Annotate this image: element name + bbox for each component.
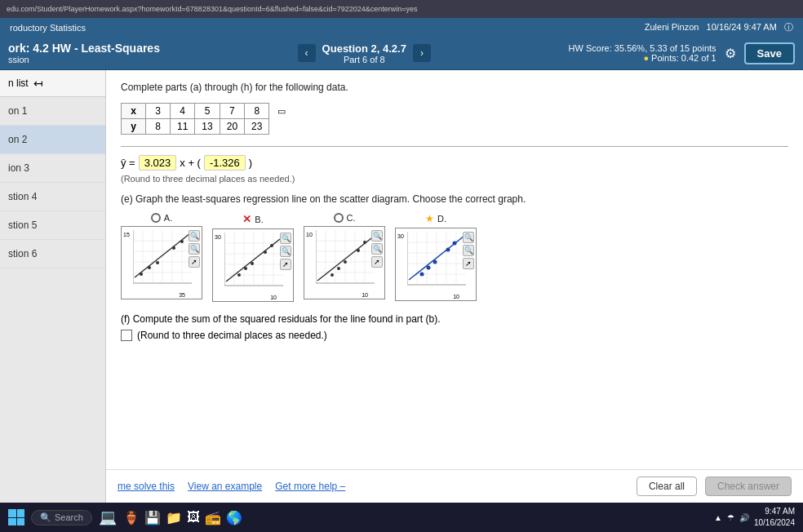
radio-b-x[interactable]: ✕ [242, 213, 251, 225]
hw-score: HW Score: 35.56%, 5.33 of 15 points [569, 43, 716, 53]
sidebar-item-4[interactable]: stion 4 [0, 183, 105, 211]
zoom-out-b[interactable]: 🔍 [280, 246, 291, 257]
svg-point-50 [363, 241, 366, 244]
graph-b-zoom: 🔍 🔍 ➚ [280, 233, 291, 270]
radio-c[interactable] [334, 213, 344, 223]
question-instruction: Complete parts (a) through (h) for the f… [121, 82, 788, 93]
table-x-8: 8 [245, 104, 269, 119]
footer-right: Clear all Check answer [637, 477, 792, 496]
content-area: n list ↤ on 1 on 2 ion 3 stion 4 stion 5… [0, 70, 803, 503]
graph-c: 10 [304, 226, 385, 299]
browser-bar: edu.com/Student/PlayerHomework.aspx?home… [0, 0, 803, 18]
radio-a[interactable] [151, 213, 161, 223]
svg-point-65 [433, 260, 437, 264]
table-x-5: 5 [195, 104, 220, 119]
svg-point-33 [270, 244, 273, 247]
assignment-title: ork: 4.2 HW - Least-Squares [8, 42, 160, 55]
svg-point-46 [331, 273, 334, 277]
graph-d-zoom: 🔍 🔍 ➚ [463, 232, 474, 269]
zoom-in-c[interactable]: 🔍 [371, 230, 383, 242]
question-info: Question 2, 4.2.7 Part 6 of 8 [322, 42, 406, 64]
svg-point-12 [140, 273, 143, 276]
sidebar-item-5[interactable]: stion 5 [0, 211, 105, 240]
sidebar-item-3[interactable]: ion 3 [0, 154, 105, 183]
sidebar-item-6[interactable]: stion 6 [0, 240, 105, 268]
star-d[interactable]: ★ [425, 213, 434, 224]
svg-point-14 [156, 261, 159, 264]
windows-icon[interactable] [8, 509, 24, 525]
equation-operator: x + ( [180, 157, 201, 169]
equation-box: ŷ = 3.023 x + ( -1.326 ) [121, 155, 252, 171]
answer-checkbox[interactable] [121, 330, 132, 341]
svg-point-30 [244, 267, 247, 270]
zoom-reset-b[interactable]: ➚ [280, 259, 291, 270]
search-icon: 🔍 [40, 512, 51, 523]
taskbar: 🔍 Search 💻 🏺 💾 📁 🖼 📻 🌎 ▲ ☂ 🔊 9:47 AM 10/… [0, 503, 803, 532]
svg-point-16 [180, 240, 184, 243]
svg-point-48 [344, 260, 347, 264]
table-y-11: 11 [171, 119, 195, 135]
view-example-button[interactable]: View an example [188, 481, 262, 492]
time: 9:47 AM [754, 506, 795, 517]
graph-d-label: D. [437, 214, 446, 224]
sidebar-item-1[interactable]: on 1 [0, 97, 105, 126]
prev-question-button[interactable]: ‹ [298, 44, 316, 62]
user-info: Zuleni Pinzon 10/16/24 9:47 AM ⓘ [645, 21, 793, 33]
graph-option-b: ✕ B. 30 [212, 213, 294, 302]
svg-point-66 [446, 248, 450, 252]
svg-point-13 [148, 266, 151, 269]
svg-point-64 [427, 266, 431, 270]
sidebar-back-icon[interactable]: ↤ [33, 77, 43, 90]
sidebar-list-label: n list [8, 78, 29, 89]
zoom-out-d[interactable]: 🔍 [463, 245, 474, 256]
zoom-out-a[interactable]: 🔍 [189, 243, 200, 255]
graph-section: (e) Graph the least-squares regression l… [121, 193, 788, 302]
svg-point-63 [420, 273, 424, 277]
zoom-reset-d[interactable]: ➚ [463, 258, 474, 269]
graph-option-d: ★ D. 30 [395, 213, 477, 301]
zoom-reset-c[interactable]: ➚ [371, 256, 383, 268]
checkbox-label: (Round to three decimal places as needed… [137, 330, 327, 341]
table-y-13: 13 [195, 119, 220, 135]
zoom-in-a[interactable]: 🔍 [189, 230, 200, 242]
table-y-8: 8 [146, 119, 171, 135]
settings-button[interactable]: ⚙ [725, 46, 736, 61]
toolbar-nav: ‹ Question 2, 4.2.7 Part 6 of 8 › [298, 42, 431, 64]
zoom-in-b[interactable]: 🔍 [280, 233, 291, 244]
next-question-button[interactable]: › [413, 44, 431, 62]
main-content: Complete parts (a) through (h) for the f… [106, 70, 803, 469]
graph-a-label: A. [164, 213, 172, 223]
right-panel: Complete parts (a) through (h) for the f… [106, 70, 803, 503]
equation-section: ŷ = 3.023 x + ( -1.326 ) (Round to three… [121, 155, 788, 184]
graph-c-label: C. [347, 213, 356, 223]
graph-section-title: (e) Graph the least-squares regression l… [121, 193, 788, 205]
zoom-in-d[interactable]: 🔍 [463, 232, 474, 243]
graph-d: 30 [395, 228, 477, 301]
help-me-button[interactable]: me solve this [118, 481, 175, 492]
more-help-button[interactable]: Get more help – [275, 481, 345, 492]
app-title: roductory Statistics [10, 23, 86, 33]
taskbar-search-box[interactable]: 🔍 Search [31, 510, 92, 525]
round-note: (Round to three decimal places as needed… [121, 174, 788, 184]
date: 10/16/2024 [754, 517, 795, 529]
footer-left: me solve this View an example Get more h… [118, 481, 345, 492]
score-info: HW Score: 35.56%, 5.33 of 15 points ● Po… [569, 43, 716, 63]
table-x-4: 4 [171, 104, 195, 119]
help-icon[interactable]: ⓘ [784, 22, 793, 32]
check-answer-button[interactable]: Check answer [705, 477, 792, 496]
zoom-out-c[interactable]: 🔍 [371, 243, 383, 255]
taskbar-app-icon[interactable]: 💻 [99, 508, 117, 526]
points-label: ● Points: 0.42 of 1 [643, 53, 716, 63]
zoom-reset-a[interactable]: ➚ [189, 256, 200, 268]
session-label: ssion [8, 55, 160, 64]
sidebar-item-2[interactable]: on 2 [0, 126, 105, 154]
svg-point-31 [251, 262, 254, 265]
save-button[interactable]: Save [744, 42, 795, 64]
clear-all-button[interactable]: Clear all [637, 477, 697, 496]
svg-point-15 [172, 246, 175, 250]
table-x-label: x [122, 104, 146, 119]
part-label: Part 6 of 8 [322, 55, 406, 64]
taskbar-time[interactable]: 9:47 AM 10/16/2024 [754, 506, 795, 529]
coefficient-1: 3.023 [139, 155, 177, 171]
table-expand-icon[interactable]: ▭ [269, 104, 294, 119]
